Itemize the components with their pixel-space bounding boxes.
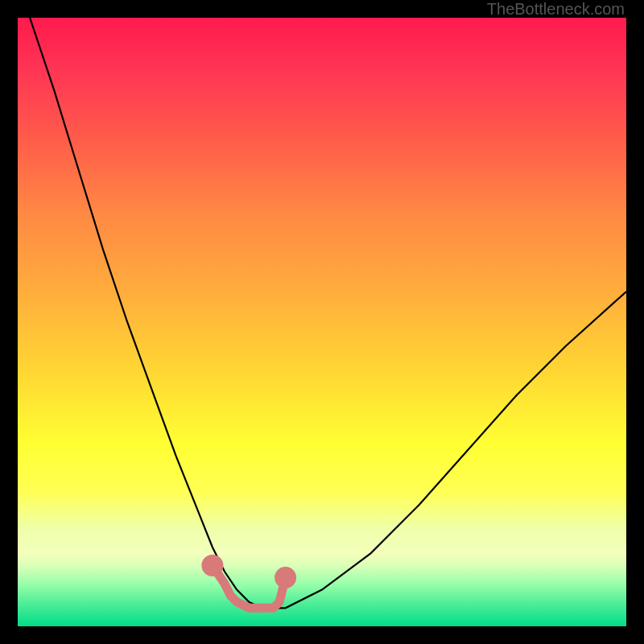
- watermark-text: TheBottleneck.com: [487, 0, 625, 19]
- svg-point-1: [279, 572, 292, 584]
- plot-area: [18, 18, 626, 626]
- chart-container: TheBottleneck.com: [0, 0, 644, 644]
- svg-point-0: [206, 559, 219, 572]
- curve-svg: [18, 18, 626, 626]
- highlight-segment: [206, 559, 292, 608]
- bottleneck-curve: [30, 18, 626, 608]
